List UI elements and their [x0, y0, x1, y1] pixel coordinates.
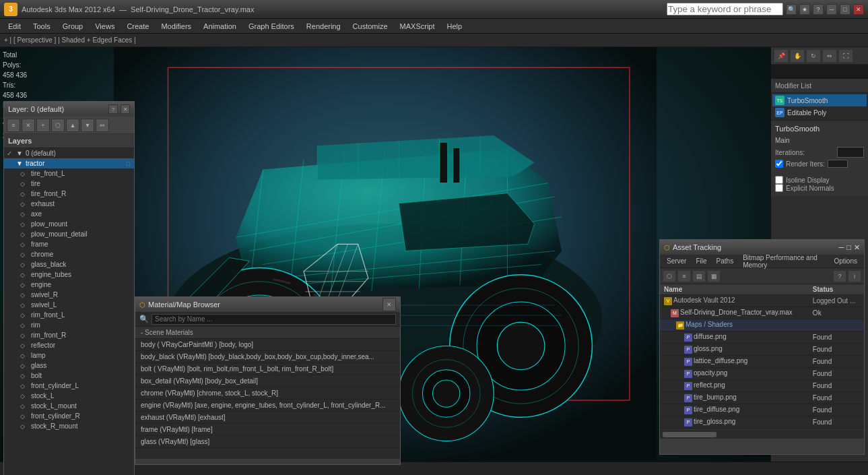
- layer-item-tractor[interactable]: ▼ tractor □: [4, 158, 134, 168]
- asset-row-tire-gloss[interactable]: Ptire_gloss.png Found: [660, 416, 864, 429]
- asset-row-vault[interactable]: VAutodesk Vault 2012 Logged Out ...: [660, 295, 864, 307]
- layer-item-reflector[interactable]: ◇reflector: [4, 340, 134, 350]
- layer-item-rim-front-l[interactable]: ◇rim_front_L: [4, 310, 134, 320]
- material-item-0[interactable]: body ( VRayCarPaintMtl ) [body, logo]: [135, 339, 400, 351]
- material-item-5[interactable]: engine (VRayMtl) [axe, engine, engine_tu…: [135, 400, 400, 412]
- asset-row-tire-diffuse[interactable]: Ptire_diffuse.png Found: [660, 404, 864, 416]
- asset-row-reflect[interactable]: Preflect.png Found: [660, 380, 864, 392]
- explicit-normals-checkbox[interactable]: [775, 184, 783, 192]
- close-btn[interactable]: ✕: [853, 4, 864, 15]
- layers-list[interactable]: ✓ ▼ 0 (default) ▼ tractor □ ◇tire_front_…: [4, 148, 134, 475]
- asset-close-btn[interactable]: ✕: [854, 243, 860, 252]
- render-iters-input[interactable]: 2: [828, 160, 848, 168]
- layer-item-tire-front-r[interactable]: ◇tire_front_R: [4, 189, 134, 199]
- layer-tab-btn[interactable]: ≡: [7, 119, 20, 132]
- asset-hscroll-thumb[interactable]: [663, 432, 716, 437]
- menu-maxscript[interactable]: MAXScript: [395, 21, 440, 32]
- layer-item-exhaust[interactable]: ◇exhaust: [4, 199, 134, 209]
- layer-delete-btn[interactable]: ✕: [22, 119, 35, 132]
- asset-minimize-btn[interactable]: ─: [839, 243, 844, 252]
- layer-item-lamp[interactable]: ◇lamp: [4, 350, 134, 360]
- layer-item-tire[interactable]: ◇tire: [4, 179, 134, 189]
- menu-animation[interactable]: Animation: [198, 21, 242, 32]
- render-iters-checkbox[interactable]: [775, 160, 783, 168]
- select-btn[interactable]: ⛶: [838, 49, 853, 63]
- minimize-btn[interactable]: ─: [826, 4, 837, 15]
- help-btn[interactable]: ?: [813, 4, 824, 15]
- layer-item-stock-l[interactable]: ◇stock_L: [4, 391, 134, 401]
- layer-item-chrome[interactable]: ◇chrome: [4, 249, 134, 259]
- menu-edit[interactable]: Edit: [3, 21, 26, 32]
- asset-hscroll[interactable]: [660, 429, 864, 439]
- material-item-2[interactable]: bolt ( VRayMtl) [bolt, rim_bolt,rim_fron…: [135, 363, 400, 375]
- layer-item-swivel-l[interactable]: ◇swivel_L: [4, 300, 134, 310]
- asset-btn2[interactable]: ≡: [677, 270, 691, 282]
- asset-btn3[interactable]: ▤: [692, 270, 706, 282]
- asset-row-lattice[interactable]: Plattice_diffuse.png Found: [660, 356, 864, 368]
- layer-item-glass[interactable]: ◇glass: [4, 360, 134, 371]
- material-item-4[interactable]: chrome (VRayMtl) [chrome, stock_L, stock…: [135, 387, 400, 400]
- asset-menu-server[interactable]: Server: [663, 257, 690, 265]
- menu-graph-editors[interactable]: Graph Editors: [243, 21, 300, 32]
- asset-help-btn[interactable]: ?: [833, 270, 846, 282]
- asset-row-tire-bump[interactable]: Ptire_bump.png Found: [660, 392, 864, 404]
- pin-btn[interactable]: 📌: [774, 49, 789, 63]
- layer-item-tire-front-l[interactable]: ◇tire_front_L: [4, 168, 134, 179]
- asset-row-max[interactable]: MSelf-Driving_Drone_Tractor_vray.max Ok: [660, 307, 864, 319]
- asset-menu-paths[interactable]: Paths: [712, 257, 738, 265]
- asset-row-opacity[interactable]: Popacity.png Found: [660, 368, 864, 380]
- layer-item-plow-mount-detail[interactable]: ◇plow_mount_detail: [4, 229, 134, 239]
- menu-create[interactable]: Create: [121, 21, 154, 32]
- search-box[interactable]: [667, 3, 783, 15]
- layer-item-front-cylinder-l[interactable]: ◇front_cylinder_L: [4, 381, 134, 391]
- layer-up-btn[interactable]: ▲: [66, 119, 79, 132]
- menu-group[interactable]: Group: [57, 21, 89, 32]
- menu-rendering[interactable]: Rendering: [301, 21, 346, 32]
- asset-btn1[interactable]: ⬡: [663, 270, 676, 282]
- asset-info-btn[interactable]: i: [848, 270, 861, 282]
- maximize-btn[interactable]: □: [840, 4, 850, 15]
- wing-search-input[interactable]: wing: [771, 65, 868, 80]
- menu-customize[interactable]: Customize: [347, 21, 393, 32]
- material-item-1[interactable]: body_black (VRayMtl) [body_black,body_bo…: [135, 351, 400, 363]
- search-btn[interactable]: 🔍: [786, 4, 797, 15]
- material-search-input[interactable]: [152, 314, 396, 325]
- layer-item-stock-r-mount[interactable]: ◇stock_R_mount: [4, 421, 134, 431]
- bookmark-btn[interactable]: ★: [799, 4, 810, 15]
- asset-table-area[interactable]: Name Status VAutodesk Vault 2012 Logged …: [660, 284, 864, 429]
- asset-row-diffuse[interactable]: Pdiffuse.png Found: [660, 331, 864, 344]
- material-list[interactable]: body ( VRayCarPaintMtl ) [body, logo] bo…: [135, 339, 400, 459]
- layer-item-rim[interactable]: ◇rim: [4, 320, 134, 330]
- rotate-btn[interactable]: ↻: [806, 49, 821, 63]
- material-item-3[interactable]: box_detail (VRayMtl) [body_box_detail]: [135, 375, 400, 387]
- layer-item-stock-l-mount[interactable]: ◇stock_L_mount: [4, 401, 134, 411]
- asset-maximize-btn[interactable]: □: [846, 243, 851, 252]
- layer-item-default[interactable]: ✓ ▼ 0 (default): [4, 148, 134, 158]
- asset-row-maps[interactable]: 📁Maps / Shaders: [660, 319, 864, 331]
- material-item-8[interactable]: glass (VRayMtl) [glass]: [135, 436, 400, 448]
- layer-item-glass-black[interactable]: ◇glass_black: [4, 259, 134, 270]
- asset-menu-file[interactable]: File: [692, 257, 710, 265]
- material-item-6[interactable]: exhaust (VRayMtl) [exhaust]: [135, 412, 400, 424]
- layer-item-front-cylinder-r[interactable]: ◇front_cylinder_R: [4, 411, 134, 421]
- layer-item-plow-mount[interactable]: ◇plow_mount: [4, 219, 134, 229]
- modifier-turbosmooth[interactable]: TS TurboSmooth: [772, 94, 867, 106]
- asset-row-gloss[interactable]: Pgloss.png Found: [660, 344, 864, 356]
- material-item-7[interactable]: frame (VRayMtl) [frame]: [135, 424, 400, 436]
- layer-add-btn[interactable]: +: [36, 119, 50, 132]
- layer-help-btn[interactable]: ?: [108, 104, 118, 114]
- layer-item-engine-tubes[interactable]: ◇engine_tubes: [4, 270, 134, 280]
- layer-merge-btn[interactable]: ⇔: [96, 119, 109, 132]
- menu-help[interactable]: Help: [442, 21, 468, 32]
- menu-views[interactable]: Views: [90, 21, 120, 32]
- layer-item-swivel-r[interactable]: ◇swivel_R: [4, 290, 134, 300]
- layer-item-frame[interactable]: ◇frame: [4, 239, 134, 249]
- asset-btn4[interactable]: ▦: [707, 270, 721, 282]
- isoline-checkbox[interactable]: [775, 176, 783, 184]
- layer-close-btn[interactable]: ✕: [121, 104, 130, 114]
- layer-item-bolt[interactable]: ◇bolt: [4, 371, 134, 381]
- layer-camera-btn[interactable]: ⬡: [51, 119, 65, 132]
- modifier-editable-poly[interactable]: EP Editable Poly: [772, 106, 867, 119]
- menu-modifiers[interactable]: Modifiers: [156, 21, 197, 32]
- asset-menu-bitmap[interactable]: Bitmap Performance and Memory: [739, 254, 828, 269]
